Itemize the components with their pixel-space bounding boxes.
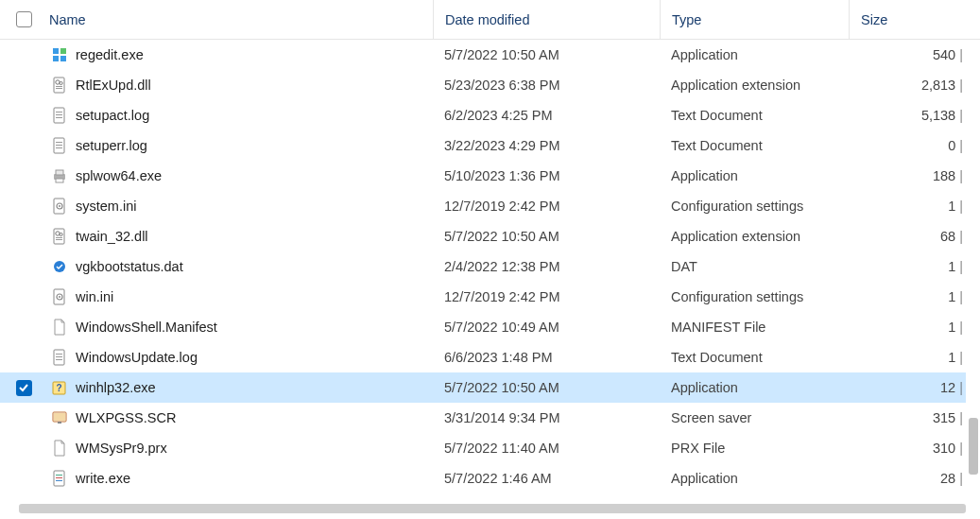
file-date: 2/4/2022 12:38 PM: [433, 259, 660, 274]
row-checkbox[interactable]: [16, 471, 32, 487]
svg-rect-15: [56, 145, 62, 146]
file-date: 6/2/2023 4:25 PM: [433, 108, 660, 123]
row-checkbox-cell[interactable]: [0, 229, 47, 245]
file-size: 310 |: [849, 441, 980, 456]
select-all-cell[interactable]: [0, 11, 47, 27]
row-checkbox-cell[interactable]: [0, 320, 47, 336]
file-type: Configuration settings: [660, 289, 849, 304]
file-type: Application: [660, 168, 849, 183]
svg-rect-6: [56, 88, 62, 89]
svg-rect-35: [56, 359, 62, 360]
file-row[interactable]: WindowsUpdate.log 6/6/2023 1:48 PM Text …: [0, 342, 980, 372]
file-row[interactable]: win.ini 12/7/2019 2:42 PM Configuration …: [0, 282, 980, 312]
row-checkbox-cell[interactable]: [0, 138, 47, 154]
svg-rect-24: [56, 237, 62, 238]
row-checkbox[interactable]: [16, 441, 32, 457]
file-icon: [47, 319, 72, 336]
svg-rect-34: [56, 356, 62, 357]
row-checkbox[interactable]: [16, 78, 32, 94]
file-size: 5,138 |: [849, 108, 980, 123]
column-header-date[interactable]: Date modified: [433, 0, 660, 39]
file-row[interactable]: setuperr.log 3/22/2023 4:29 PM Text Docu…: [0, 130, 980, 161]
file-date: 5/7/2022 10:50 AM: [433, 229, 660, 244]
row-checkbox-cell[interactable]: [0, 441, 47, 457]
row-checkbox-cell[interactable]: [0, 108, 47, 124]
row-checkbox-cell[interactable]: [0, 78, 47, 94]
row-checkbox[interactable]: [16, 289, 32, 305]
svg-rect-11: [56, 114, 62, 115]
row-checkbox-cell[interactable]: [0, 47, 47, 63]
file-row[interactable]: ? winhlp32.exe 5/7/2022 10:50 AM Applica…: [0, 372, 980, 403]
column-header-row: Name ˄ Date modified Type Size: [0, 0, 980, 40]
column-header-size[interactable]: Size: [849, 0, 980, 39]
file-icon: [47, 46, 72, 63]
vertical-scrollbar[interactable]: [966, 40, 980, 498]
svg-rect-14: [56, 142, 62, 143]
select-all-checkbox[interactable]: [16, 11, 32, 27]
file-row[interactable]: splwow64.exe 5/10/2023 1:36 PM Applicati…: [0, 161, 980, 191]
file-row[interactable]: WLXPGSS.SCR 3/31/2014 9:34 PM Screen sav…: [0, 403, 980, 433]
file-date: 5/7/2022 10:50 AM: [433, 380, 660, 395]
file-name: WindowsShell.Manifest: [72, 320, 433, 335]
file-icon: [47, 137, 72, 154]
row-checkbox[interactable]: [16, 108, 32, 124]
file-row[interactable]: RtlExUpd.dll 5/23/2023 6:38 PM Applicati…: [0, 70, 980, 100]
horizontal-scrollbar-thumb[interactable]: [19, 504, 966, 513]
file-row[interactable]: vgkbootstatus.dat 2/4/2022 12:38 PM DAT …: [0, 251, 980, 282]
row-checkbox[interactable]: [16, 259, 32, 275]
svg-rect-0: [53, 48, 59, 54]
file-size: 1 |: [849, 199, 980, 214]
row-checkbox-cell[interactable]: [0, 350, 47, 366]
row-checkbox-cell[interactable]: [0, 199, 47, 215]
file-icon: [47, 198, 72, 215]
file-row[interactable]: WMSysPr9.prx 5/7/2022 11:40 AM PRX File …: [0, 433, 980, 463]
sort-ascending-icon: ˄: [223, 0, 228, 5]
file-type: Application: [660, 380, 849, 395]
file-row[interactable]: system.ini 12/7/2019 2:42 PM Configurati…: [0, 191, 980, 221]
row-checkbox-cell[interactable]: [0, 410, 47, 426]
file-icon: [47, 440, 72, 457]
row-checkbox[interactable]: [16, 229, 32, 245]
file-row[interactable]: regedit.exe 5/7/2022 10:50 AM Applicatio…: [0, 40, 980, 70]
file-icon: [47, 228, 72, 245]
file-type: Text Document: [660, 350, 849, 365]
column-header-name[interactable]: Name ˄: [47, 0, 433, 39]
file-icon: [47, 258, 72, 275]
file-row[interactable]: twain_32.dll 5/7/2022 10:50 AM Applicati…: [0, 221, 980, 251]
file-icon: [47, 349, 72, 366]
row-checkbox[interactable]: [16, 380, 32, 396]
svg-rect-42: [56, 475, 62, 476]
file-name: regedit.exe: [72, 47, 433, 62]
file-type: Application extension: [660, 78, 849, 93]
column-header-type[interactable]: Type: [660, 0, 849, 39]
row-checkbox[interactable]: [16, 320, 32, 336]
file-icon: ?: [47, 379, 72, 396]
row-checkbox[interactable]: [16, 199, 32, 215]
row-checkbox-cell[interactable]: [0, 471, 47, 487]
file-row[interactable]: setupact.log 6/2/2023 4:25 PM Text Docum…: [0, 100, 980, 130]
row-checkbox-cell[interactable]: [0, 168, 47, 184]
svg-rect-3: [60, 56, 66, 61]
file-date: 12/7/2019 2:42 PM: [433, 289, 660, 304]
file-date: 5/7/2022 11:40 AM: [433, 441, 660, 456]
row-checkbox[interactable]: [16, 47, 32, 63]
file-row[interactable]: WindowsShell.Manifest 5/7/2022 10:49 AM …: [0, 312, 980, 342]
file-size: 1 |: [849, 320, 980, 335]
svg-rect-5: [56, 86, 62, 87]
file-row[interactable]: write.exe 5/7/2022 1:46 AM Application 2…: [0, 463, 980, 493]
svg-rect-19: [56, 179, 63, 182]
svg-rect-10: [56, 112, 62, 112]
row-checkbox[interactable]: [16, 138, 32, 154]
row-checkbox-cell[interactable]: [0, 289, 47, 305]
file-date: 5/7/2022 1:46 AM: [433, 471, 660, 486]
row-checkbox[interactable]: [16, 410, 32, 426]
row-checkbox[interactable]: [16, 350, 32, 366]
vertical-scrollbar-thumb[interactable]: [969, 418, 978, 475]
file-name: write.exe: [72, 471, 433, 486]
file-date: 5/7/2022 10:50 AM: [433, 47, 660, 62]
row-checkbox-cell[interactable]: [0, 259, 47, 275]
row-checkbox[interactable]: [16, 168, 32, 184]
row-checkbox-cell[interactable]: [0, 380, 47, 396]
file-name: splwow64.exe: [72, 168, 433, 183]
file-size: 68 |: [849, 229, 980, 244]
